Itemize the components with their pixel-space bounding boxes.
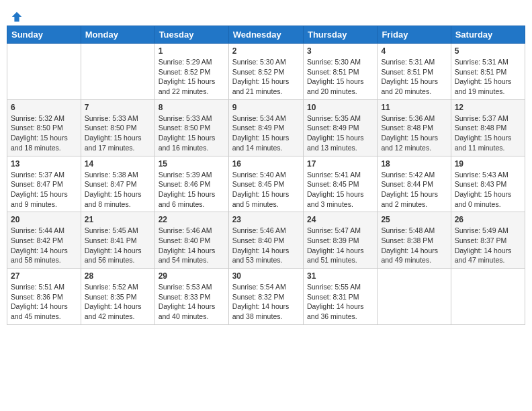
calendar-cell: 20Sunrise: 5:44 AMSunset: 8:42 PMDayligh…: [7, 212, 81, 269]
day-info: Sunrise: 5:44 AMSunset: 8:42 PMDaylight:…: [11, 226, 77, 265]
calendar-cell: 12Sunrise: 5:37 AMSunset: 8:48 PMDayligh…: [451, 99, 525, 156]
week-row-3: 13Sunrise: 5:37 AMSunset: 8:47 PMDayligh…: [7, 156, 525, 212]
logo-icon: [11, 11, 23, 23]
day-number: 24: [307, 215, 373, 224]
day-number: 15: [159, 159, 225, 169]
calendar-cell: 6Sunrise: 5:32 AMSunset: 8:50 PMDaylight…: [7, 99, 81, 156]
calendar-cell: [378, 269, 451, 325]
calendar-cell: 30Sunrise: 5:54 AMSunset: 8:32 PMDayligh…: [228, 269, 303, 325]
day-info: Sunrise: 5:49 AMSunset: 8:37 PMDaylight:…: [455, 226, 521, 265]
weekday-header-row: SundayMondayTuesdayWednesdayThursdayFrid…: [7, 26, 525, 44]
day-info: Sunrise: 5:48 AMSunset: 8:38 PMDaylight:…: [381, 226, 447, 265]
page-header: [7, 7, 525, 20]
day-info: Sunrise: 5:33 AMSunset: 8:50 PMDaylight:…: [85, 113, 151, 153]
day-info: Sunrise: 5:32 AMSunset: 8:50 PMDaylight:…: [11, 113, 77, 153]
day-number: 23: [232, 215, 300, 224]
calendar-cell: 28Sunrise: 5:52 AMSunset: 8:35 PMDayligh…: [81, 269, 154, 325]
logo: [9, 11, 23, 20]
calendar-cell: 4Sunrise: 5:31 AMSunset: 8:51 PMDaylight…: [378, 44, 451, 100]
day-number: 21: [85, 215, 151, 224]
day-number: 13: [11, 159, 77, 169]
calendar-cell: 9Sunrise: 5:34 AMSunset: 8:49 PMDaylight…: [228, 99, 303, 156]
day-info: Sunrise: 5:53 AMSunset: 8:33 PMDaylight:…: [159, 282, 225, 322]
calendar-cell: 18Sunrise: 5:42 AMSunset: 8:44 PMDayligh…: [378, 156, 451, 212]
calendar-cell: 7Sunrise: 5:33 AMSunset: 8:50 PMDaylight…: [81, 99, 154, 156]
day-number: 4: [381, 46, 447, 56]
calendar-cell: 26Sunrise: 5:49 AMSunset: 8:37 PMDayligh…: [451, 212, 525, 269]
day-info: Sunrise: 5:47 AMSunset: 8:39 PMDaylight:…: [307, 226, 373, 265]
week-row-5: 27Sunrise: 5:51 AMSunset: 8:36 PMDayligh…: [7, 269, 525, 325]
day-info: Sunrise: 5:46 AMSunset: 8:40 PMDaylight:…: [159, 226, 225, 265]
day-number: 3: [307, 46, 373, 56]
day-number: 22: [159, 215, 225, 224]
calendar-cell: 25Sunrise: 5:48 AMSunset: 8:38 PMDayligh…: [378, 212, 451, 269]
calendar-cell: 14Sunrise: 5:38 AMSunset: 8:47 PMDayligh…: [81, 156, 154, 212]
day-info: Sunrise: 5:37 AMSunset: 8:47 PMDaylight:…: [11, 170, 77, 210]
day-info: Sunrise: 5:30 AMSunset: 8:52 PMDaylight:…: [232, 57, 300, 97]
calendar-cell: 31Sunrise: 5:55 AMSunset: 8:31 PMDayligh…: [303, 269, 377, 325]
week-row-2: 6Sunrise: 5:32 AMSunset: 8:50 PMDaylight…: [7, 99, 525, 156]
day-info: Sunrise: 5:38 AMSunset: 8:47 PMDaylight:…: [85, 170, 151, 210]
day-info: Sunrise: 5:31 AMSunset: 8:51 PMDaylight:…: [455, 57, 521, 97]
day-info: Sunrise: 5:45 AMSunset: 8:41 PMDaylight:…: [85, 226, 151, 265]
day-info: Sunrise: 5:29 AMSunset: 8:52 PMDaylight:…: [159, 57, 225, 97]
calendar-cell: 1Sunrise: 5:29 AMSunset: 8:52 PMDaylight…: [154, 44, 228, 100]
day-number: 18: [381, 159, 447, 169]
calendar-cell: [451, 269, 525, 325]
day-info: Sunrise: 5:52 AMSunset: 8:35 PMDaylight:…: [85, 282, 151, 322]
day-number: 30: [232, 271, 300, 281]
weekday-header-wednesday: Wednesday: [228, 26, 303, 44]
day-info: Sunrise: 5:35 AMSunset: 8:49 PMDaylight:…: [307, 113, 373, 153]
day-number: 31: [307, 271, 373, 281]
weekday-header-monday: Monday: [81, 26, 154, 44]
day-info: Sunrise: 5:41 AMSunset: 8:45 PMDaylight:…: [307, 170, 373, 210]
day-number: 8: [159, 103, 225, 112]
calendar-cell: 5Sunrise: 5:31 AMSunset: 8:51 PMDaylight…: [451, 44, 525, 100]
calendar-cell: 17Sunrise: 5:41 AMSunset: 8:45 PMDayligh…: [303, 156, 377, 212]
day-info: Sunrise: 5:31 AMSunset: 8:51 PMDaylight:…: [381, 57, 447, 97]
day-info: Sunrise: 5:46 AMSunset: 8:40 PMDaylight:…: [232, 226, 300, 265]
day-info: Sunrise: 5:42 AMSunset: 8:44 PMDaylight:…: [381, 170, 447, 210]
day-number: 11: [381, 103, 447, 112]
day-number: 29: [159, 271, 225, 281]
day-info: Sunrise: 5:40 AMSunset: 8:45 PMDaylight:…: [232, 170, 300, 210]
weekday-header-thursday: Thursday: [303, 26, 377, 44]
calendar-cell: 27Sunrise: 5:51 AMSunset: 8:36 PMDayligh…: [7, 269, 81, 325]
calendar-cell: 8Sunrise: 5:33 AMSunset: 8:50 PMDaylight…: [154, 99, 228, 156]
day-number: 26: [455, 215, 521, 224]
calendar-cell: 19Sunrise: 5:43 AMSunset: 8:43 PMDayligh…: [451, 156, 525, 212]
svg-marker-0: [12, 12, 21, 21]
calendar-cell: 13Sunrise: 5:37 AMSunset: 8:47 PMDayligh…: [7, 156, 81, 212]
calendar-cell: 24Sunrise: 5:47 AMSunset: 8:39 PMDayligh…: [303, 212, 377, 269]
calendar-cell: 22Sunrise: 5:46 AMSunset: 8:40 PMDayligh…: [154, 212, 228, 269]
day-info: Sunrise: 5:55 AMSunset: 8:31 PMDaylight:…: [307, 282, 373, 322]
day-info: Sunrise: 5:51 AMSunset: 8:36 PMDaylight:…: [11, 282, 77, 322]
day-info: Sunrise: 5:54 AMSunset: 8:32 PMDaylight:…: [232, 282, 300, 322]
day-number: 9: [232, 103, 300, 112]
day-info: Sunrise: 5:39 AMSunset: 8:46 PMDaylight:…: [159, 170, 225, 210]
day-number: 28: [85, 271, 151, 281]
calendar-cell: 29Sunrise: 5:53 AMSunset: 8:33 PMDayligh…: [154, 269, 228, 325]
weekday-header-friday: Friday: [378, 26, 451, 44]
day-info: Sunrise: 5:34 AMSunset: 8:49 PMDaylight:…: [232, 113, 300, 153]
weekday-header-tuesday: Tuesday: [154, 26, 228, 44]
day-number: 6: [11, 103, 77, 112]
day-number: 2: [232, 46, 300, 56]
calendar-cell: [7, 44, 81, 100]
week-row-4: 20Sunrise: 5:44 AMSunset: 8:42 PMDayligh…: [7, 212, 525, 269]
day-info: Sunrise: 5:37 AMSunset: 8:48 PMDaylight:…: [455, 113, 521, 153]
day-number: 10: [307, 103, 373, 112]
day-number: 25: [381, 215, 447, 224]
day-number: 17: [307, 159, 373, 169]
day-number: 12: [455, 103, 521, 112]
day-info: Sunrise: 5:33 AMSunset: 8:50 PMDaylight:…: [159, 113, 225, 153]
day-number: 16: [232, 159, 300, 169]
day-info: Sunrise: 5:36 AMSunset: 8:48 PMDaylight:…: [381, 113, 447, 153]
calendar-cell: 2Sunrise: 5:30 AMSunset: 8:52 PMDaylight…: [228, 44, 303, 100]
week-row-1: 1Sunrise: 5:29 AMSunset: 8:52 PMDaylight…: [7, 44, 525, 100]
weekday-header-saturday: Saturday: [451, 26, 525, 44]
calendar-cell: [81, 44, 154, 100]
day-info: Sunrise: 5:43 AMSunset: 8:43 PMDaylight:…: [455, 170, 521, 210]
day-number: 14: [85, 159, 151, 169]
weekday-header-sunday: Sunday: [7, 26, 81, 44]
